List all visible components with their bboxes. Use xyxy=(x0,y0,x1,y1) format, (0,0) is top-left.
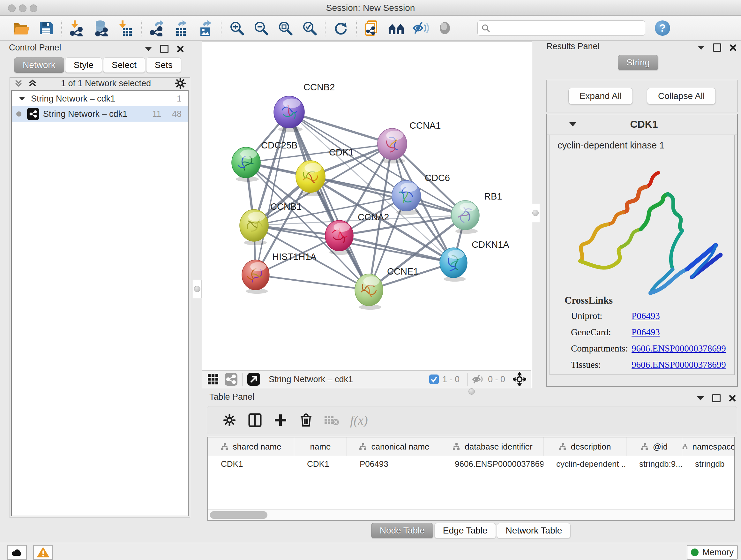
column-header-sharedname[interactable]: shared name xyxy=(208,437,294,456)
refresh-view-icon[interactable] xyxy=(332,19,350,37)
network-row[interactable]: String Network – cdk1 11 48 xyxy=(12,106,188,122)
tab-node-table[interactable]: Node Table xyxy=(371,523,433,538)
search-box[interactable] xyxy=(477,20,645,36)
import-table-icon[interactable] xyxy=(117,19,135,37)
column-header-databaseidentifier[interactable]: database identifier xyxy=(442,437,543,456)
memory-button[interactable]: Memory xyxy=(687,545,738,560)
open-session-icon[interactable] xyxy=(13,19,30,37)
tab-string[interactable]: String xyxy=(618,55,658,70)
network-node-ccnb2[interactable] xyxy=(274,96,305,132)
network-collection-row[interactable]: String Network – cdk1 1 xyxy=(12,91,188,106)
table-horizontal-scrollbar[interactable] xyxy=(208,509,734,520)
external-link-icon[interactable] xyxy=(247,373,260,386)
tab-style[interactable]: Style xyxy=(65,57,102,73)
table-row[interactable]: CDK1CDK1P064939606.ENSP00000378699cyclin… xyxy=(208,456,734,472)
network-canvas-svg[interactable]: CCNB2CCNA1CDC25BCDK1CDC6RB1CCNB1CCNA2CDK… xyxy=(202,42,531,370)
table-cell[interactable]: cyclin-dependent ... xyxy=(543,459,626,469)
expand-all-button[interactable]: Expand All xyxy=(568,88,633,105)
first-neighbors-icon[interactable] xyxy=(387,19,405,37)
left-splitter-handle[interactable] xyxy=(193,280,202,298)
selected-checkbox[interactable] xyxy=(429,374,439,384)
tab-select[interactable]: Select xyxy=(103,57,145,73)
network-node-rb1[interactable] xyxy=(451,200,479,234)
tree-expand-icon[interactable] xyxy=(19,97,25,101)
tab-network[interactable]: Network xyxy=(14,57,64,73)
expand-all-chevron-icon[interactable] xyxy=(28,78,37,88)
panel-close-icon[interactable] xyxy=(730,44,737,51)
tab-sets[interactable]: Sets xyxy=(146,57,181,73)
table-cell[interactable]: CDK1 xyxy=(294,459,347,469)
panel-float-icon[interactable] xyxy=(712,394,721,402)
panel-float-icon[interactable] xyxy=(160,45,169,53)
hidden-eye-icon[interactable] xyxy=(472,374,485,384)
network-selection-status: 1 of 1 Network selected xyxy=(37,78,175,88)
add-column-icon[interactable] xyxy=(272,411,289,429)
birds-eye-view-icon[interactable] xyxy=(436,19,454,37)
column-header-namespace[interactable]: namespace xyxy=(682,437,735,456)
results-button-box: Expand All Collapse All xyxy=(546,80,738,112)
network-edge-hist1h1a-ccne1[interactable] xyxy=(256,275,369,290)
panel-menu-icon[interactable] xyxy=(697,46,704,50)
hide-graphics-details-icon[interactable] xyxy=(412,19,429,37)
compartments-link[interactable]: 9606.ENSP00000378699 xyxy=(631,343,726,354)
table-cell[interactable]: stringdb:9... xyxy=(626,459,682,469)
show-columns-icon[interactable] xyxy=(246,411,264,429)
network-node-ccnb1[interactable] xyxy=(240,209,268,245)
share-view-icon[interactable] xyxy=(224,373,238,386)
collapse-all-button[interactable]: Collapse All xyxy=(647,88,716,105)
import-network-file-icon[interactable] xyxy=(68,19,86,37)
scrollbar-thumb[interactable] xyxy=(210,511,267,519)
export-image-icon[interactable] xyxy=(197,19,214,37)
network-node-hist1h1a[interactable] xyxy=(242,260,269,294)
network-node-ccne1[interactable] xyxy=(355,274,383,310)
grid-icon[interactable] xyxy=(206,373,220,386)
right-splitter-handle[interactable] xyxy=(531,204,540,222)
genecard-link[interactable]: P06493 xyxy=(631,327,660,337)
delete-column-icon[interactable] xyxy=(297,411,315,429)
gear-icon[interactable] xyxy=(175,78,186,89)
warning-button[interactable] xyxy=(33,545,53,560)
zoom-in-icon[interactable] xyxy=(228,19,246,37)
column-header-name[interactable]: name xyxy=(294,437,347,456)
zoom-selected-icon[interactable] xyxy=(300,19,319,37)
column-header-description[interactable]: description xyxy=(543,437,626,456)
network-node-cdkn1a[interactable] xyxy=(440,248,467,282)
new-network-from-selection-icon[interactable] xyxy=(363,19,381,37)
column-header-id[interactable]: @id xyxy=(626,437,682,456)
network-node-ccna1[interactable] xyxy=(378,128,407,164)
search-input[interactable] xyxy=(493,23,641,33)
tab-network-table[interactable]: Network Table xyxy=(497,523,570,538)
import-network-database-icon[interactable] xyxy=(92,19,111,37)
panel-menu-icon[interactable] xyxy=(697,396,704,400)
network-edge-ccnb2-ccna1[interactable] xyxy=(289,112,392,144)
zoom-fit-icon[interactable] xyxy=(276,19,294,37)
collapse-entry-icon[interactable] xyxy=(569,122,576,126)
network-edge-ccnb2-hist1h1a[interactable] xyxy=(256,112,289,275)
move-crosshair-icon[interactable] xyxy=(513,373,526,386)
network-edge-ccnb2-ccne1[interactable] xyxy=(289,112,369,290)
panel-close-icon[interactable] xyxy=(729,395,736,401)
table-cell[interactable]: CDK1 xyxy=(208,459,294,469)
tab-edge-table[interactable]: Edge Table xyxy=(434,523,496,538)
save-session-icon[interactable] xyxy=(37,19,55,37)
delete-table-icon[interactable] xyxy=(323,411,340,429)
uniprot-link[interactable]: P06493 xyxy=(631,311,660,321)
panel-menu-icon[interactable] xyxy=(145,47,152,51)
zoom-out-icon[interactable] xyxy=(252,19,270,37)
export-network-icon[interactable] xyxy=(148,19,166,37)
tissues-link[interactable]: 9606.ENSP00000378699 xyxy=(631,360,726,370)
gear-icon[interactable] xyxy=(220,411,239,429)
table-cell[interactable]: P06493 xyxy=(347,459,442,469)
table-cell[interactable]: stringdb xyxy=(682,459,735,469)
network-node-cdc25b[interactable] xyxy=(232,147,260,182)
panel-float-icon[interactable] xyxy=(713,44,721,52)
cloud-button[interactable] xyxy=(7,545,27,560)
collapse-all-chevron-icon[interactable] xyxy=(14,78,23,88)
help-icon[interactable]: ? xyxy=(655,20,670,36)
panel-close-icon[interactable] xyxy=(177,45,184,52)
gene-entry-header[interactable]: CDK1 xyxy=(547,114,737,134)
column-header-canonicalname[interactable]: canonical name xyxy=(347,437,442,456)
table-cell[interactable]: 9606.ENSP00000378699 xyxy=(442,459,543,469)
function-builder-icon[interactable]: f(x) xyxy=(350,413,368,428)
export-table-icon[interactable] xyxy=(172,19,190,37)
